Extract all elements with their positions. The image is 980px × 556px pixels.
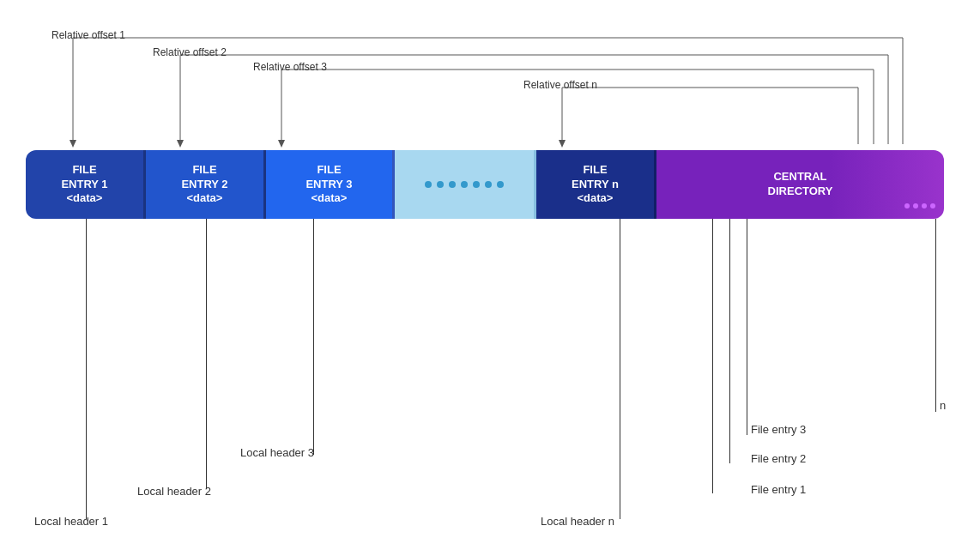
label-local-header-1: Local header 1 [34,515,108,528]
vline-3 [313,219,314,455]
segment-file1: FILEENTRY 1<data> [26,150,146,219]
segment-file3: FILEENTRY 3<data> [266,150,395,219]
dot1 [425,181,432,188]
label-local-header-2: Local header 2 [137,485,211,498]
label-file-entry-1: File entry 1 [751,483,806,496]
svg-marker-11 [278,140,285,148]
segment-filen: FILEENTRY n<data> [536,150,656,219]
dot3 [449,181,456,188]
label-file-entry-3: File entry 3 [751,423,806,436]
vline-entry3 [747,219,747,435]
main-bar: FILEENTRY 1<data> FILEENTRY 2<data> FILE… [26,150,944,219]
diagram-container: Relative offset 1 Relative offset 2 Rela… [26,17,961,541]
central-dots [904,203,935,208]
dot6 [485,181,492,188]
svg-marker-7 [177,140,184,148]
svg-marker-3 [70,140,76,148]
segment-dots [395,150,536,219]
dot4 [461,181,468,188]
segment-file2: FILEENTRY 2<data> [146,150,266,219]
label-local-header-n: Local header n [541,515,614,528]
vline-entry1 [712,219,713,493]
offset-label-2: Relative offset 2 [153,46,227,58]
vline-entry2 [729,219,730,463]
vline-2 [206,219,207,489]
svg-marker-15 [559,140,566,148]
bottom-lines-section: Local header 1 Local header 2 Local head… [26,219,944,536]
label-local-header-3: Local header 3 [240,446,314,459]
offset-arrows-svg [26,17,944,150]
vline-1 [86,219,87,519]
vline-end [935,219,936,412]
offset-label-3: Relative offset 3 [253,61,327,73]
dot5 [473,181,480,188]
label-file-entry-2: File entry 2 [751,452,806,465]
label-n: n [940,399,946,412]
vline-n [620,219,620,519]
dot2 [437,181,444,188]
offset-label-1: Relative offset 1 [51,29,125,41]
offset-label-n: Relative offset n [523,79,597,91]
segment-central-directory: CENTRALDIRECTORY [656,150,944,219]
dot7 [497,181,504,188]
